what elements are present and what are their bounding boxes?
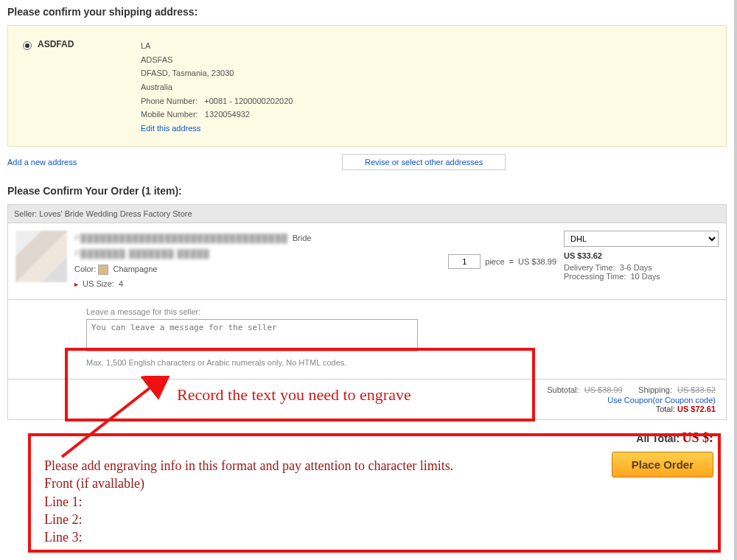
edit-address-link[interactable]: Edit this address [141,122,293,136]
processing-value: 10 Days [631,272,660,281]
shipping-price: US $33.62 [564,251,719,260]
subtotal-label: Subtotal: [547,385,579,394]
totals-section: Subtotal: US $38.99 Shipping: US $33.62 … [7,379,727,420]
shipping-select[interactable]: DHL [564,231,719,247]
total-value: US $72.61 [677,405,716,413]
message-textarea[interactable] [86,319,418,351]
product-title-blur: P████████████████████████████████ [74,231,288,246]
total-label: Total: [656,405,675,413]
revise-address-button[interactable]: Revise or select other addresses [342,154,506,170]
size-value: 4 [119,279,123,288]
address-line: ADSFAS [141,53,293,67]
product-subtitle-blur: P███████ ███████ █████ [74,246,441,262]
qty-input[interactable] [448,254,481,269]
all-total-value: US $: [682,430,713,445]
delivery-label: Delivery Time: [564,263,615,272]
address-radio[interactable] [23,41,32,50]
shipping-total-label: Shipping: [638,385,672,394]
qty-equals: = [509,257,514,266]
coupon-link[interactable]: Use Coupon(or Coupon code) [607,396,716,405]
add-address-link[interactable]: Add a new address [7,158,77,167]
qty-unit: piece [485,257,504,266]
address-line: LA [141,39,293,53]
size-label: US Size: [83,279,114,288]
product-thumbnail [15,231,67,282]
processing-label: Processing Time: [564,272,626,281]
shipping-total-value: US $33.62 [677,385,716,394]
color-value: Champagne [113,265,157,273]
address-line: DFASD, Tasmania, 23030 [141,66,293,80]
address-box: ASDFAD LA ADSFAS DFASD, Tasmania, 23030 … [7,25,727,147]
product-title-suffix: Bride [293,231,312,246]
subtotal-value: US $38.99 [584,385,623,394]
unit-price: US $38.99 [518,257,556,266]
phone-label: Phone Number: [141,97,198,105]
mobile-label: Mobile Number: [141,110,198,119]
address-name: ASDFAD [38,39,141,49]
mobile-value: 1320054932 [205,110,250,119]
message-label: Leave a message for this seller: [86,307,719,316]
color-swatch [98,265,108,275]
delivery-value: 3-6 Days [620,263,652,272]
all-total-label: All Total: [636,433,680,444]
phone-value: +0081 - 1200000202020 [204,97,293,105]
seller-label: Seller: Loves' Bride Wedding Dress Facto… [7,204,727,223]
caret-icon: ▸ [74,280,78,288]
order-row: P████████████████████████████████ Bride … [7,223,727,301]
order-title: Please Confirm Your Order (1 item): [7,185,727,197]
message-hint: Max. 1,500 English characters or Arabic … [86,358,719,367]
message-section: Leave a message for this seller: Max. 1,… [7,300,727,379]
qty-block: piece = US $38.99 [448,231,556,293]
place-order-button[interactable]: Place Order [612,452,713,477]
color-label: Color: [74,265,96,273]
shipping-title: Please confirm your shipping address: [7,6,727,18]
address-country: Australia [141,80,293,94]
